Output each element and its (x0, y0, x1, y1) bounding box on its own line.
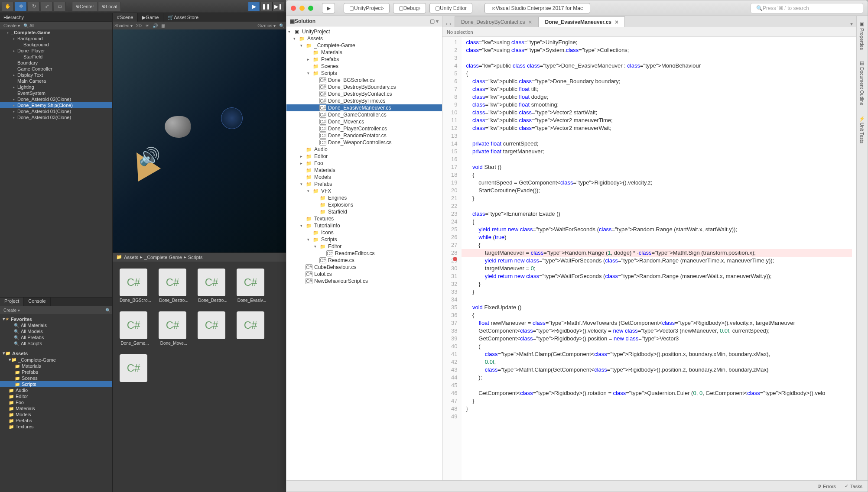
hierarchy-item[interactable]: ▸Done_Asteroid 01(Clone) (0, 108, 112, 114)
solution-tree-item[interactable]: 📁Starfield (286, 208, 442, 215)
hierarchy-create-dropdown[interactable]: Create ▾ (2, 23, 22, 28)
editor-tab-evasivemaneuver[interactable]: Done_EvasiveManeuver.cs× (539, 16, 625, 27)
project-tree-item[interactable]: 📁Textures (0, 424, 112, 430)
asset-breadcrumb[interactable]: 📁 Assets ▸ _Complete-Game ▸ Scripts (113, 253, 286, 262)
solution-tree-item[interactable]: C#Done_BGScroller.cs (286, 77, 442, 84)
hierarchy-item[interactable]: Main Camera (0, 78, 112, 84)
breakpoint-icon[interactable] (453, 257, 457, 261)
solution-tree-item[interactable]: ▾📁VFX (286, 188, 442, 194)
assets-header[interactable]: ▾📁Assets (0, 350, 112, 356)
asset-item[interactable]: C# (120, 354, 150, 384)
project-tree-item[interactable]: 📁Editor (0, 393, 112, 399)
solution-tree-item[interactable]: ▾▣UnityProject (286, 28, 442, 35)
vs-run-button[interactable]: ▶ (322, 3, 335, 13)
favorite-item[interactable]: 🔍All Materials (0, 322, 112, 328)
hierarchy-item[interactable]: ▸Done_Asteroid 03(Clone) (0, 114, 112, 120)
solution-tree-item[interactable]: C#Done_DestroyByContact.cs (286, 91, 442, 97)
solution-tree-item[interactable]: 📁Materials (286, 167, 442, 174)
solution-tree-item[interactable]: C#Done_RandomRotator.cs (286, 132, 442, 139)
pivot-center-button[interactable]: ⊕ Center (72, 2, 98, 11)
solution-tree-item[interactable]: C#Done_DestroyByBoundary.cs (286, 84, 442, 91)
hierarchy-item[interactable]: ▸_Complete-Game (0, 29, 112, 36)
solution-tree-item[interactable]: ▾📁Scripts (286, 70, 442, 77)
2d-toggle[interactable]: 2D (136, 23, 142, 28)
asset-item[interactable]: C#Done_BGScro... (120, 269, 150, 303)
solution-tree-item[interactable]: C#Lolol.cs (286, 271, 442, 278)
solution-tree-item[interactable]: C#Done_DestroyByTime.cs (286, 97, 442, 104)
code-editor[interactable]: 1234567891011121314151617181920212223242… (442, 37, 856, 480)
global-search-input[interactable]: 🔍 Press '⌘.' to search (751, 3, 863, 13)
solution-tree-item[interactable]: C#CubeBehaviour.cs (286, 264, 442, 271)
solution-tree-item[interactable]: C#ReadmeEditor.cs (286, 250, 442, 257)
solution-tree-item[interactable]: ▾📁_Complete-Game (286, 42, 442, 49)
hierarchy-item[interactable]: EventSystem (0, 90, 112, 96)
solution-tree-item[interactable]: ▸📁Prefabs (286, 56, 442, 63)
target-config-dropdown[interactable]: ▢ Debug › (393, 3, 426, 13)
rotate-tool[interactable]: ↻ (28, 2, 40, 11)
favorite-item[interactable]: 🔍All Scripts (0, 340, 112, 346)
asset-item[interactable]: C# (198, 311, 228, 346)
code-content[interactable]: class="kw">using class="type">UnityEngin… (462, 37, 856, 480)
line-gutter[interactable]: 1234567891011121314151617181920212223242… (442, 37, 462, 480)
solution-tree-item[interactable]: C#Readme.cs (286, 257, 442, 264)
minimize-window-button[interactable] (299, 6, 305, 11)
solution-tree-item[interactable]: 📁Audio (286, 146, 442, 153)
properties-tab[interactable]: ▣ Properties (858, 19, 866, 52)
solution-tree-item[interactable]: 📁Scenes (286, 63, 442, 70)
project-tree-item[interactable]: 📁Foo (0, 399, 112, 405)
solution-tree-item[interactable]: ▾📁Assets (286, 35, 442, 42)
project-create-dropdown[interactable]: Create ▾ (2, 308, 22, 313)
hierarchy-item[interactable]: StarField (0, 54, 112, 60)
solution-tree-item[interactable]: 📁Textures (286, 215, 442, 222)
project-tree-item[interactable]: 📁Scripts (0, 381, 112, 387)
nav-back-icon[interactable]: ‹ (446, 21, 448, 27)
asteroid-object[interactable] (165, 116, 191, 138)
hand-tool[interactable]: ✋ (2, 2, 14, 11)
hierarchy-item[interactable]: Background (0, 42, 112, 48)
asset-item[interactable]: C#Done_Destro... (159, 269, 189, 303)
tasks-status[interactable]: ✓ Tasks (845, 483, 862, 489)
solution-tree-item[interactable]: C#Done_EvasiveManeuver.cs (286, 104, 442, 111)
hierarchy-item[interactable]: ▸Done_Enemy Ship(Clone) (0, 102, 112, 108)
solution-tree-item[interactable]: C#Done_WeaponController.cs (286, 139, 442, 146)
favorites-header[interactable]: ▾★Favorites (0, 316, 112, 322)
hierarchy-item[interactable]: ▸Done_Player (0, 48, 112, 54)
asset-item[interactable]: C#Done_Game... (120, 311, 150, 346)
solution-tree-item[interactable]: 📁Icons (286, 229, 442, 236)
pause-button[interactable]: ❚❚ (260, 2, 272, 11)
step-button[interactable]: ▶❚ (272, 2, 284, 11)
solution-tree-item[interactable]: 📁Explosions (286, 201, 442, 208)
nav-forward-icon[interactable]: › (449, 21, 451, 27)
asset-item[interactable]: C#Done_Move... (159, 311, 189, 346)
project-tab[interactable]: Project (0, 298, 24, 306)
project-tree-item[interactable]: 📁Models (0, 411, 112, 418)
project-tree-item[interactable]: 📁Materials (0, 405, 112, 411)
errors-status[interactable]: ⊘ Errors (817, 483, 836, 489)
solution-tree-item[interactable]: C#Done_GameController.cs (286, 111, 442, 118)
asset-store-tab[interactable]: 🛒 Asset Store (163, 13, 203, 22)
solution-tree-item[interactable]: ▾📁Editor (286, 243, 442, 250)
hierarchy-item[interactable]: ▸Background (0, 36, 112, 42)
solution-tree-item[interactable]: 📁Models (286, 174, 442, 181)
solution-tree-item[interactable]: C#Done_PlayerController.cs (286, 125, 442, 132)
game-tab[interactable]: ▶ Game (138, 13, 163, 22)
hierarchy-item[interactable]: Boundary (0, 60, 112, 66)
close-tab-icon[interactable]: × (615, 19, 618, 26)
hierarchy-tab[interactable]: Hierarchy (0, 13, 112, 22)
favorite-item[interactable]: 🔍All Prefabs (0, 334, 112, 340)
project-tree-item[interactable]: 📁Audio (0, 387, 112, 393)
hierarchy-item[interactable]: ▸Done_Asteroid 02(Clone) (0, 96, 112, 102)
favorite-item[interactable]: 🔍All Models (0, 328, 112, 334)
enemy-ship-object[interactable] (221, 107, 243, 129)
gizmos-dropdown[interactable]: Gizmos ▾ (257, 23, 276, 28)
code-breadcrumb[interactable]: No selection (442, 27, 856, 37)
project-tree-item[interactable]: 📁Scenes (0, 375, 112, 381)
target-project-dropdown[interactable]: ▢ UnityProject › (344, 3, 390, 13)
solution-tree-item[interactable]: C#NewBehaviourScript.cs (286, 278, 442, 285)
scene-tab[interactable]: # Scene (113, 13, 138, 22)
asset-item[interactable]: C#Done_Evasiv... (237, 269, 267, 303)
close-tab-icon[interactable]: × (528, 19, 532, 26)
solution-tree-item[interactable]: ▾📁TutorialInfo (286, 222, 442, 229)
project-tree-item[interactable]: 📁Materials (0, 363, 112, 369)
editor-tab-destroybycontact[interactable]: Done_DestroyByContact.cs× (455, 16, 539, 27)
